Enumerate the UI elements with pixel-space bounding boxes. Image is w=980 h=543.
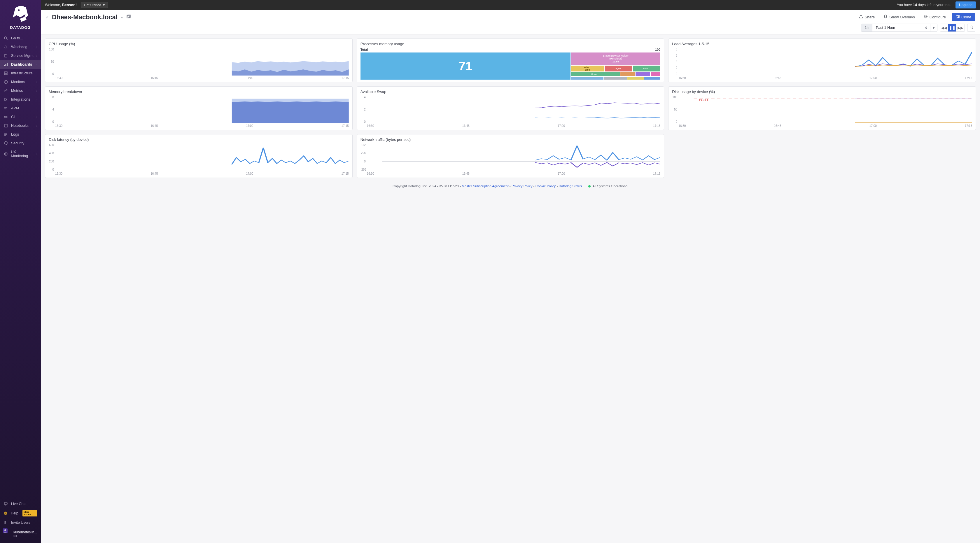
svg-point-34 [5,529,6,531]
widget-mem[interactable]: Memory breakdown84016:3016:4517:0017:15 [45,86,353,130]
treemap-cell[interactable] [571,77,603,79]
chart-area[interactable]: 5122560-25616:3016:4517:0017:15 [361,143,661,175]
treemap-cell[interactable] [604,77,627,79]
pin-icon[interactable] [922,24,930,32]
footer-link[interactable]: Privacy Policy [512,184,533,188]
show-overlays-button[interactable]: Show Overlays [881,13,918,21]
sidebar-item-label: Help [11,511,18,515]
sidebar-item-live-chat[interactable]: Live Chat [0,500,41,508]
chart-area[interactable]: 600400200016:3016:4517:0017:15 [49,143,349,175]
widget-disk[interactable]: Disk usage by device (%)100500full16:301… [668,86,976,130]
svg-rect-35 [127,16,129,18]
svg-rect-7 [7,63,8,66]
sidebar-bottom: Live Chat?HelpNEW STUFFInvite Users kube… [0,500,41,543]
widget-cpu[interactable]: CPU usage (%)10050016:3016:4517:0017:15 [45,38,353,82]
sidebar-item-ux-monitoring[interactable]: UX Monitoring› [0,148,41,160]
org-avatar-icon [3,529,8,533]
sidebar-item-integrations[interactable]: Integrations› [0,95,41,104]
title-dropdown[interactable]: ⌄ [121,15,124,19]
widget-load[interactable]: Load Averages 1-5-158642016:3016:4517:00… [668,38,976,82]
widget-procmem[interactable]: Processes memory usageTotal10071Brave Br… [357,38,664,82]
pause-button[interactable]: ❚❚ [948,24,956,32]
widget-latency[interactable]: Disk latency (by device)600400200016:301… [45,134,353,178]
gear-icon [924,14,928,19]
chevron-right-icon: › [37,142,37,145]
forward-button[interactable]: ▶▶ [956,24,964,32]
time-preset: 1h [861,24,872,32]
sidebar-item-label: Metrics [11,89,23,93]
treemap[interactable]: 71Brave Browser Helper(Renderer)12.85Wha… [361,52,661,79]
welcome-text: Welcome, Benson! [45,3,77,7]
sidebar-item-dashboards[interactable]: Dashboards› [0,60,41,69]
logs-icon [3,132,8,137]
sidebar-item-help[interactable]: ?HelpNEW STUFF [0,508,41,519]
footer-link[interactable]: Cookie Policy [536,184,556,188]
sidebar-item-notebooks[interactable]: Notebooks› [0,121,41,130]
share-button[interactable]: Share [856,13,878,21]
treemap-cell[interactable] [627,77,644,79]
sidebar-item-service-mgmt[interactable]: Service Mgmt› [0,51,41,60]
sidebar-item-security[interactable]: Security› [0,139,41,148]
chevron-right-icon: › [37,98,37,101]
chart-area[interactable]: 42016:3016:4517:0017:15 [361,96,661,127]
widget-net[interactable]: Network traffic (bytes per sec)5122560-2… [357,134,664,178]
chart-area[interactable]: 8642016:3016:4517:0017:15 [672,48,972,79]
treemap-cell[interactable] [620,72,635,76]
treemap-cell[interactable]: mdw... [633,66,661,71]
treemap-cell[interactable]: What...2.58 [571,66,604,71]
footer-link[interactable]: Datadog Status [559,184,582,188]
sidebar-item-ci[interactable]: CI› [0,113,41,121]
time-range-picker[interactable]: 1h Past 1 Hour ▾ [861,24,937,32]
sidebar-item-label: UX Monitoring [11,150,33,158]
treemap-cell[interactable] [651,72,660,76]
zoom-out-icon [969,25,973,29]
widget-title: Load Averages 1-5-15 [672,42,972,46]
sidebar-item-label: Infrastructure [11,71,33,75]
sidebar-item-watchdog[interactable]: Watchdog› [0,43,41,51]
sidebar-item-monitors[interactable]: Monitors› [0,78,41,86]
svg-line-41 [972,28,973,29]
treemap-cell[interactable] [644,77,661,79]
treemap-cell[interactable]: Brave... [571,72,620,76]
sidebar-item-metrics[interactable]: Metrics› [0,86,41,95]
configure-button[interactable]: Configure [921,13,949,21]
chart-area[interactable]: 100500full16:3016:4517:0017:15 [672,96,972,127]
chevron-right-icon: › [37,107,37,110]
widget-title: CPU usage (%) [49,42,349,46]
sidebar-item-logs[interactable]: Logs› [0,130,41,139]
brand-logo[interactable]: DATADOG [0,0,41,34]
chart-area[interactable]: 84016:3016:4517:0017:15 [49,96,349,127]
sidebar-item-label: APM [11,106,19,110]
copy-icon[interactable] [127,14,130,19]
chevron-down-icon[interactable]: ▾ [930,24,937,32]
treemap-cell[interactable] [636,72,650,76]
treemap-cell-main[interactable]: 71 [361,52,571,79]
reset-zoom-button[interactable] [967,24,975,32]
chevron-right-icon: › [37,116,37,119]
chevron-right-icon: › [37,37,37,40]
sidebar-item-invite-users[interactable]: Invite Users [0,519,41,527]
chart-area[interactable]: 10050016:3016:4517:0017:15 [49,48,349,79]
star-icon[interactable]: ☆ [46,15,49,19]
get-started-button[interactable]: Get Started ▾ [81,2,108,8]
footer-link[interactable]: Master Subscription Agreement [462,184,508,188]
sidebar-item-go-to-[interactable]: Go to...› [0,34,41,43]
widget-title: Disk latency (by device) [49,137,349,142]
sidebar-item-label: Monitors [11,80,25,84]
widget-swap[interactable]: Available Swap42016:3016:4517:0017:15 [357,86,664,130]
user-switcher[interactable]: kuberneteslin... Nil [0,527,41,541]
rewind-button[interactable]: ◀◀ [940,24,948,32]
sidebar-item-label: Security [11,141,24,145]
datadog-logo-icon [7,3,33,23]
upgrade-button[interactable]: Upgrade [956,2,976,8]
sidebar-item-label: Watchdog [11,45,27,49]
sidebar-item-infrastructure[interactable]: Infrastructure› [0,69,41,78]
clone-button[interactable]: Clone [952,13,975,21]
metrics-icon [3,89,8,93]
treemap-cell[interactable]: agent [605,66,632,71]
sidebar-item-apm[interactable]: APM› [0,104,41,113]
server-icon [3,71,8,75]
treemap-cell[interactable]: Brave Browser Helper(Renderer)12.85 [571,52,661,65]
sidebar-item-label: Invite Users [11,521,30,525]
footer: Copyright Datadog, Inc. 2024 - 35.311155… [41,182,980,189]
